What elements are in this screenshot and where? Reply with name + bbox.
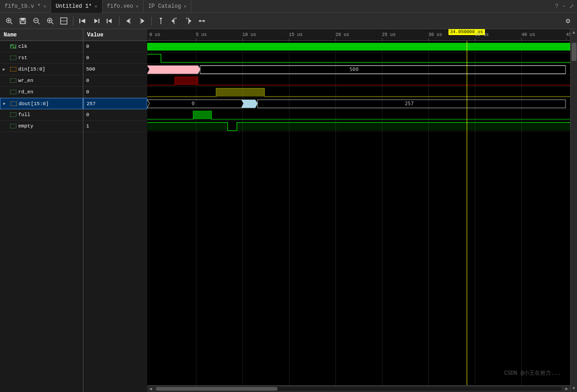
svg-rect-47 (10, 112, 16, 117)
v-scrollbar[interactable]: ▲ ▼ (570, 29, 577, 392)
h-scrollbar[interactable]: ◀ ▶ (147, 385, 570, 392)
scroll-left-button[interactable]: ◀ (147, 386, 154, 392)
svg-marker-34 (175, 18, 177, 20)
tab-fifo-tb-label: fifo_tb.v * (5, 3, 41, 10)
expand-dout[interactable]: ▶ (3, 101, 8, 106)
toolbar-separator-2 (119, 16, 119, 25)
value-clk: 0 (83, 41, 147, 52)
tab-fifo-veo-label: fifo.veo (107, 3, 134, 10)
signal-row-din[interactable]: ▶ din[15:0] (0, 64, 83, 75)
toolbar: ⚙ (0, 13, 577, 29)
toolbar-separator-3 (151, 16, 152, 25)
tab-fifo-tb-close[interactable]: ✕ (43, 4, 46, 9)
dout-signal-icon (10, 102, 17, 106)
wren-label: wr_en (18, 78, 33, 83)
tab-ip-catalog[interactable]: IP Catalog ✕ (144, 0, 191, 13)
wave-ruler: 34.050000 us 0 us 5 us 10 us (147, 29, 570, 41)
signal-row-clk[interactable]: clk (0, 41, 83, 52)
save-button[interactable] (17, 15, 28, 26)
ruler-20us: 20 us (335, 32, 349, 41)
settings-icon: ⚙ (566, 16, 570, 25)
prev-button[interactable] (123, 15, 134, 26)
signal-row-full[interactable]: full (0, 109, 83, 121)
v-scrollbar-thumb[interactable] (572, 43, 577, 61)
svg-text:257: 257 (405, 101, 414, 107)
svg-rect-46 (10, 102, 17, 106)
rden-waveform (147, 87, 570, 98)
scroll-down-button[interactable]: ▼ (571, 385, 577, 392)
wave-row-din: 500 (147, 64, 570, 75)
next-button[interactable] (137, 15, 148, 26)
signal-row-dout[interactable]: ▶ dout[15:0] (0, 98, 83, 109)
add-marker-button[interactable] (155, 15, 166, 26)
name-panel: Name clk rst ▶ din[15:0] (0, 29, 83, 392)
value-rst: 0 (83, 52, 147, 64)
tab-fifo-tb[interactable]: fifo_tb.v * ✕ (0, 0, 51, 13)
value-dout: 257 (83, 98, 147, 109)
maximize-icon[interactable]: ⤢ (569, 3, 574, 10)
svg-marker-31 (160, 18, 162, 20)
tab-untitled1-close[interactable]: ✕ (94, 4, 97, 9)
wave-rows[interactable]: 500 (147, 41, 570, 385)
go-start-button[interactable] (77, 15, 88, 26)
value-wren: 0 (83, 75, 147, 87)
zoom-extend-button[interactable] (196, 15, 207, 26)
go-prev-edge-button[interactable] (91, 15, 102, 26)
scroll-up-button[interactable]: ▲ (571, 29, 577, 36)
svg-marker-35 (189, 19, 191, 23)
svg-rect-48 (10, 124, 16, 128)
settings-button[interactable]: ⚙ (562, 15, 573, 26)
zoom-out-button[interactable] (31, 15, 42, 26)
next-marker-button[interactable] (183, 15, 194, 26)
waveform-container: Name clk rst ▶ din[15:0] (0, 29, 577, 392)
svg-rect-5 (21, 18, 25, 20)
wave-row-dout: 0 257 (147, 98, 570, 109)
prev-marker-button[interactable] (169, 15, 180, 26)
empty-signal-icon (10, 124, 16, 128)
tab-fifo-veo[interactable]: fifo.veo ✕ (103, 0, 144, 13)
signal-row-wr-en[interactable]: wr_en (0, 75, 83, 87)
rst-signal-icon (10, 56, 16, 60)
value-din: 500 (83, 64, 147, 75)
h-scrollbar-track[interactable] (156, 387, 562, 391)
minimize-icon[interactable]: – (562, 3, 566, 10)
tab-fifo-veo-close[interactable]: ✕ (136, 4, 139, 9)
go-next-edge-button[interactable] (104, 15, 115, 26)
rst-waveform (147, 52, 570, 64)
wave-row-rden (147, 87, 570, 98)
zoom-in-button[interactable] (45, 15, 56, 26)
fit-view-button[interactable] (58, 15, 69, 26)
svg-marker-39 (199, 20, 201, 22)
svg-text:0: 0 (192, 101, 195, 107)
signal-row-rd-en[interactable]: rd_en (0, 87, 83, 98)
svg-rect-42 (10, 56, 16, 60)
svg-rect-43 (10, 67, 16, 71)
scroll-right-button[interactable]: ▶ (563, 386, 570, 392)
wave-row-clk (147, 41, 570, 52)
svg-rect-56 (216, 88, 264, 97)
rden-label: rd_en (18, 89, 33, 95)
tab-untitled1[interactable]: Untitled 1* ✕ (51, 0, 102, 13)
help-icon[interactable]: ? (555, 3, 558, 10)
zoom-fit-button[interactable] (4, 15, 15, 26)
svg-rect-49 (147, 43, 570, 51)
din-label: din[15:0] (18, 66, 45, 72)
svg-rect-62 (193, 111, 211, 119)
ruler-0us: 0 us (149, 32, 160, 41)
expand-din[interactable]: ▶ (3, 67, 7, 72)
empty-label: empty (18, 123, 33, 129)
tab-ip-catalog-close[interactable]: ✕ (184, 4, 186, 9)
wave-scroll-area: 34.050000 us 0 us 5 us 10 us (147, 29, 577, 392)
h-scrollbar-thumb[interactable] (156, 387, 278, 391)
signal-row-rst[interactable]: rst (0, 52, 83, 64)
wave-panel[interactable]: 34.050000 us 0 us 5 us 10 us (147, 29, 570, 392)
value-panel: Value 0 0 500 0 0 257 0 1 (83, 29, 147, 392)
svg-marker-21 (108, 19, 112, 23)
value-rden: 0 (83, 87, 147, 98)
svg-marker-19 (94, 19, 98, 23)
signal-row-empty[interactable]: empty (0, 121, 83, 132)
tab-untitled1-label: Untitled 1* (56, 3, 92, 10)
svg-text:500: 500 (350, 66, 359, 72)
rden-signal-icon (10, 90, 16, 94)
wren-waveform (147, 75, 570, 87)
